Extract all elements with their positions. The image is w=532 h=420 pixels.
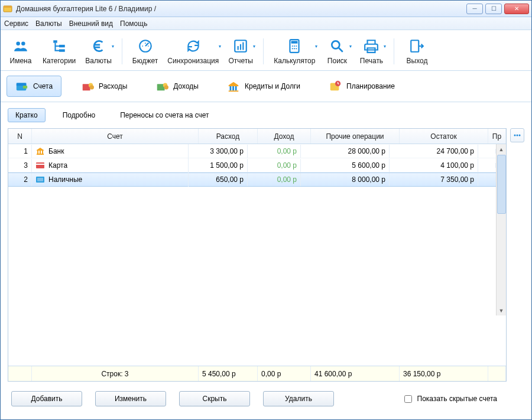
svg-rect-6	[59, 49, 65, 51]
window-title: Домашняя бухгалтерия Lite 6 / Владимир /	[16, 5, 466, 13]
svg-rect-12	[291, 41, 298, 43]
show-hidden-checkbox[interactable]: Показать скрытые счета	[402, 393, 497, 405]
bank-row-icon	[35, 146, 45, 156]
svg-rect-38	[42, 151, 43, 154]
sub-tabs: Кратко Подробно Переносы со счета на сче…	[8, 108, 524, 122]
toolbar-exit[interactable]: Выход	[400, 35, 433, 68]
window-buttons: ─ ☐ ✕	[466, 4, 529, 14]
svg-point-3	[21, 41, 25, 45]
col-n[interactable]: N	[8, 129, 32, 144]
svg-point-46	[519, 135, 521, 136]
maximize-button[interactable]: ☐	[485, 4, 502, 14]
minimize-button[interactable]: ─	[466, 4, 483, 14]
table-row[interactable]: 1 Банк 3 300,00 р 0,00 р 28 000,00 р 24 …	[8, 144, 496, 158]
toolbar-reports[interactable]: ▾ Отчеты	[224, 35, 257, 68]
action-bar: Добавить Изменить Скрыть Удалить Показат…	[8, 382, 524, 414]
svg-point-19	[332, 41, 340, 48]
toolbar-budget[interactable]: Бюджет	[128, 35, 162, 68]
svg-rect-20	[411, 40, 419, 52]
tab-planning[interactable]: Планирование	[320, 76, 404, 97]
subtab-brief[interactable]: Кратко	[8, 108, 46, 122]
svg-rect-30	[230, 86, 232, 90]
toolbar-names[interactable]: Имена	[4, 35, 37, 68]
footer-rows-label: Строк: 3	[32, 366, 199, 381]
tab-loans[interactable]: Кредиты и Долги	[218, 76, 309, 97]
chevron-down-icon: ▾	[315, 44, 317, 49]
table-row[interactable]: 3 Карта 1 500,00 р 0,00 р 5 600,00 р 4 1…	[8, 158, 496, 172]
svg-rect-5	[59, 45, 65, 47]
subtab-transfers[interactable]: Переносы со счета на счет	[112, 108, 216, 122]
chevron-down-icon: ▾	[384, 44, 386, 49]
svg-rect-23	[23, 86, 27, 89]
grid-header: N Счет Расход Доход Прочие операции Оста…	[8, 129, 506, 144]
svg-rect-32	[235, 86, 237, 90]
close-button[interactable]: ✕	[504, 4, 529, 14]
wallet-icon	[15, 80, 28, 93]
svg-rect-39	[37, 154, 44, 155]
svg-point-14	[294, 45, 295, 47]
scroll-up-icon[interactable]: ▲	[497, 144, 506, 154]
tab-expenses[interactable]: Расходы	[72, 76, 136, 97]
show-hidden-input[interactable]	[404, 395, 412, 403]
col-other[interactable]: Прочие операции	[311, 129, 400, 144]
svg-rect-33	[229, 90, 239, 92]
scroll-down-icon[interactable]: ▼	[497, 305, 506, 315]
toolbar: Имена Категории ▾ Валюты Бюджет ▾ Синхро…	[1, 30, 531, 71]
footer-expense: 5 450,00 р	[199, 366, 258, 381]
col-account[interactable]: Счет	[32, 129, 199, 144]
svg-point-17	[294, 48, 295, 49]
bank-icon	[227, 80, 240, 93]
svg-rect-43	[37, 178, 43, 181]
toolbar-categories[interactable]: Категории	[38, 35, 80, 68]
calculator-icon	[286, 38, 303, 54]
vertical-scrollbar[interactable]: ▲ ▼	[496, 144, 506, 315]
menubar: Сервис Валюты Внешний вид Помощь	[1, 17, 531, 30]
search-icon	[329, 38, 345, 54]
menu-service[interactable]: Сервис	[4, 19, 28, 28]
col-expense[interactable]: Расход	[199, 129, 258, 144]
svg-rect-36	[37, 151, 38, 154]
subtab-detail[interactable]: Подробно	[55, 108, 103, 122]
toolbar-calculator[interactable]: ▾ Калькулятор	[270, 35, 319, 68]
toolbar-search[interactable]: ▾ Поиск	[320, 35, 353, 68]
tab-accounts[interactable]: Счета	[7, 76, 61, 97]
toolbar-sync[interactable]: ▾ Синхронизация	[163, 35, 223, 68]
footer-other: 41 600,00 р	[311, 366, 400, 381]
svg-point-15	[296, 45, 297, 47]
svg-point-13	[292, 45, 293, 47]
toolbar-print[interactable]: ▾ Печать	[355, 35, 388, 68]
table-row[interactable]: 2 Наличные 650,00 р 0,00 р 8 000,00 р 7 …	[8, 172, 496, 187]
menu-view[interactable]: Внешний вид	[69, 19, 113, 28]
svg-point-16	[292, 48, 293, 49]
col-balance[interactable]: Остаток	[400, 129, 488, 144]
accounts-grid: N Счет Расход Доход Прочие операции Оста…	[8, 128, 507, 382]
add-button[interactable]: Добавить	[11, 391, 82, 406]
menu-currencies[interactable]: Валюты	[35, 19, 62, 28]
scroll-thumb[interactable]	[497, 155, 506, 214]
svg-point-45	[517, 135, 518, 136]
col-income[interactable]: Доход	[258, 129, 311, 144]
exit-icon	[408, 38, 425, 54]
tree-icon	[51, 38, 67, 54]
grid-body: 1 Банк 3 300,00 р 0,00 р 28 000,00 р 24 …	[8, 144, 506, 366]
svg-point-18	[296, 48, 297, 49]
tab-income[interactable]: Доходы	[147, 76, 207, 97]
hide-button[interactable]: Скрыть	[179, 391, 250, 406]
svg-rect-1	[4, 6, 12, 8]
grid-footer: Строк: 3 5 450,00 р 0,00 р 41 600,00 р 3…	[8, 366, 506, 381]
svg-rect-31	[232, 86, 234, 90]
toolbar-currencies[interactable]: ▾ Валюты	[81, 35, 116, 68]
svg-rect-4	[53, 40, 57, 43]
chevron-down-icon: ▾	[219, 44, 221, 49]
col-pr[interactable]: Пр	[488, 129, 506, 144]
svg-rect-9	[240, 44, 241, 50]
cash-row-icon	[35, 175, 45, 184]
svg-point-26	[90, 85, 94, 89]
svg-rect-10	[242, 43, 244, 50]
delete-button[interactable]: Удалить	[263, 391, 334, 406]
edit-button[interactable]: Изменить	[95, 391, 166, 406]
grid-options-button[interactable]	[510, 128, 524, 142]
gauge-icon	[137, 38, 154, 54]
svg-rect-41	[36, 164, 44, 165]
menu-help[interactable]: Помощь	[120, 19, 147, 28]
